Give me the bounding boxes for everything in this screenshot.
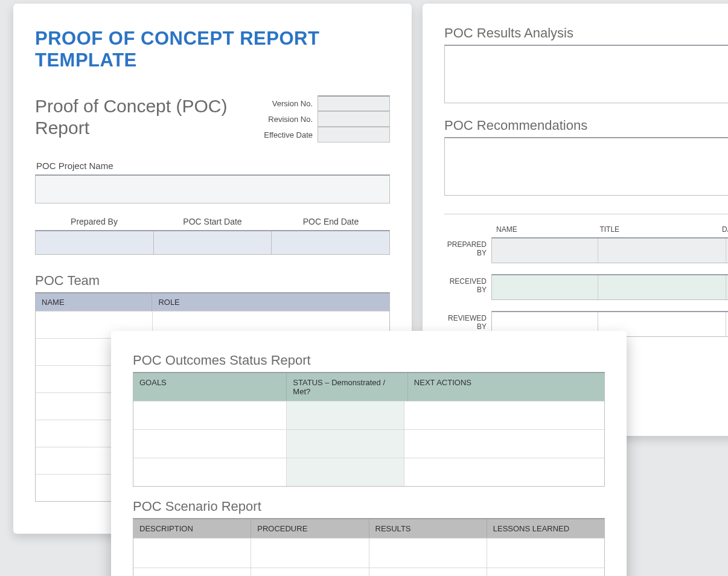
outcomes-row [133,401,604,429]
outcomes-status-cell[interactable] [287,458,405,486]
outcomes-status-cell[interactable] [287,402,405,429]
scenario-desc-cell[interactable] [133,568,251,576]
outcomes-col-next: NEXT ACTIONS [408,373,604,401]
prepared-by-name-cell[interactable] [492,238,598,263]
scenario-lessons-cell[interactable] [487,539,604,568]
prepared-by-input[interactable] [36,231,154,254]
approval-received-by-label: RECEIVED BY [444,274,491,300]
outcomes-goal-cell[interactable] [133,430,287,458]
document-subtitle: Proof of Concept (POC) Report [35,95,264,139]
poc-start-date-input[interactable] [154,231,272,254]
received-by-title-cell[interactable] [598,275,726,299]
poc-end-date-input[interactable] [272,231,389,254]
canvas: PROOF OF CONCEPT REPORT TEMPLATE Proof o… [0,0,728,576]
approval-col-name: NAME [491,223,595,236]
prepared-by-label: Prepared By [35,217,153,230]
project-name-input[interactable] [35,174,390,203]
meta-effective-input[interactable] [318,127,390,142]
team-col-role: ROLE [152,293,389,311]
scenario-report-heading: POC Scenario Report [133,499,605,514]
poc-end-date-label: POC End Date [272,217,390,230]
scenario-col-description: DESCRIPTION [133,519,251,538]
approval-col-date: DATE [717,223,728,236]
prepared-by-title-cell[interactable] [598,238,726,263]
poc-team-heading: POC Team [35,273,390,289]
outcomes-next-cell[interactable] [404,430,604,458]
meta-revision-label: Revision No. [268,115,313,124]
prepared-dates-block: Prepared By POC Start Date POC End Date [35,217,390,255]
outcomes-status-cell[interactable] [287,430,405,458]
scenario-desc-cell[interactable] [133,539,251,568]
outcomes-goal-cell[interactable] [133,402,287,429]
meta-effective-label: Effective Date [264,130,313,139]
poc-start-date-label: POC Start Date [153,217,272,230]
outcomes-next-cell[interactable] [404,402,604,429]
meta-version-label: Version No. [272,99,313,108]
sheet-poc-report-page3: POC Outcomes Status Report GOALS STATUS … [111,331,627,576]
outcomes-row [133,458,604,486]
scenario-results-cell[interactable] [369,539,487,568]
meta-revision-input[interactable] [318,111,390,127]
scenario-table: DESCRIPTION PROCEDURE RESULTS LESSONS LE… [133,518,605,576]
approvals-block: NAME TITLE DATE PREPARED BY RECEIVED BY [444,214,728,337]
results-analysis-heading: POC Results Analysis [444,25,728,41]
approval-col-title: TITLE [595,223,717,236]
team-col-name: NAME [36,293,152,311]
results-analysis-input[interactable] [444,45,728,103]
approval-prepared-by-label: PREPARED BY [444,237,491,263]
received-by-name-cell[interactable] [492,275,598,299]
outcomes-table: GOALS STATUS – Demonstrated / Met? NEXT … [133,372,605,487]
meta-version-input[interactable] [318,95,390,111]
approval-prepared-by-row: PREPARED BY [444,237,728,263]
approval-received-by-row: RECEIVED BY [444,274,728,300]
outcomes-col-status: STATUS – Demonstrated / Met? [287,373,408,401]
meta-effective: Effective Date [264,127,390,142]
outcomes-status-heading: POC Outcomes Status Report [133,353,605,368]
scenario-proc-cell[interactable] [251,539,369,568]
outcomes-next-cell[interactable] [404,458,604,486]
meta-version: Version No. [264,95,390,111]
scenario-col-lessons: LESSONS LEARNED [487,519,604,538]
meta-revision: Revision No. [264,111,390,127]
scenario-col-results: RESULTS [369,519,487,538]
scenario-row [133,568,604,576]
project-name-label: POC Project Name [36,161,390,171]
scenario-col-procedure: PROCEDURE [251,519,369,538]
scenario-results-cell[interactable] [369,568,487,576]
document-title: PROOF OF CONCEPT REPORT TEMPLATE [35,28,390,71]
recommendations-input[interactable] [444,137,728,196]
scenario-row [133,538,604,568]
outcomes-col-goals: GOALS [133,373,287,401]
outcomes-row [133,429,604,458]
outcomes-goal-cell[interactable] [133,458,287,486]
scenario-proc-cell[interactable] [251,568,369,576]
recommendations-heading: POC Recommendations [444,118,728,133]
meta-block: Version No. Revision No. Effective Date [264,95,390,142]
header-row: Proof of Concept (POC) Report Version No… [35,95,390,142]
scenario-lessons-cell[interactable] [487,568,604,576]
